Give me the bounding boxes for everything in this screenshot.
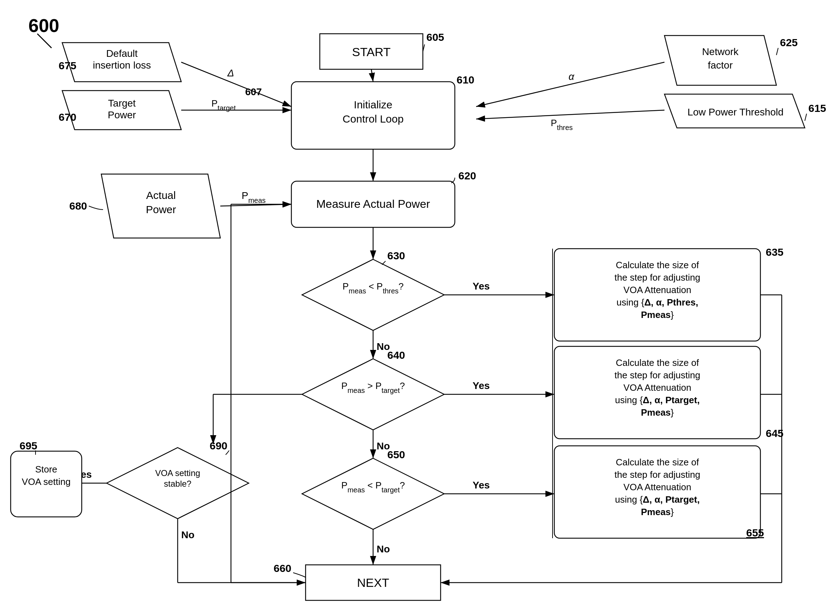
start-label: START bbox=[352, 45, 391, 59]
label-695: 695 bbox=[19, 440, 37, 452]
svg-text:VOA Attenuation: VOA Attenuation bbox=[624, 285, 692, 295]
label-680: 680 bbox=[69, 200, 87, 212]
no3-label: No bbox=[377, 544, 390, 554]
label-650: 650 bbox=[387, 449, 405, 461]
svg-text:using {Δ, α, Ptarget,: using {Δ, α, Ptarget, bbox=[615, 494, 700, 505]
label-640: 640 bbox=[387, 349, 405, 361]
calc2-line1: Calculate the size of bbox=[616, 357, 699, 368]
target-power-label: Target bbox=[108, 98, 136, 109]
diagram-title: 600 bbox=[28, 15, 59, 36]
svg-text:VOA Attenuation: VOA Attenuation bbox=[624, 382, 692, 393]
label-615: 615 bbox=[808, 102, 826, 114]
label-620: 620 bbox=[458, 170, 476, 182]
svg-text:stable?: stable? bbox=[164, 479, 191, 488]
label-605: 605 bbox=[426, 31, 444, 43]
svg-text:the step for adjusting: the step for adjusting bbox=[614, 469, 700, 480]
store-voa-line1: Store bbox=[35, 464, 57, 475]
svg-text:Pmeas}: Pmeas} bbox=[641, 507, 674, 517]
low-power-threshold-label: Low Power Threshold bbox=[687, 107, 784, 117]
yes2-label: Yes bbox=[473, 380, 490, 391]
label-670: 670 bbox=[59, 111, 76, 123]
flowchart-diagram: 600 Default insertion loss 675 Target Po… bbox=[0, 0, 840, 616]
actual-power-label: Actual bbox=[146, 189, 176, 201]
calc1-line1: Calculate the size of bbox=[616, 260, 699, 270]
svg-text:insertion loss: insertion loss bbox=[93, 60, 151, 71]
svg-text:VOA setting: VOA setting bbox=[22, 477, 70, 487]
yes1-label: Yes bbox=[473, 281, 490, 292]
alpha-label: α bbox=[568, 71, 574, 82]
label-607: 607 bbox=[245, 87, 262, 97]
label-625: 625 bbox=[780, 37, 798, 48]
label-660: 660 bbox=[274, 562, 291, 574]
svg-text:Pmeas}: Pmeas} bbox=[641, 309, 674, 320]
label-690: 690 bbox=[210, 440, 228, 452]
svg-text:Power: Power bbox=[108, 109, 136, 120]
svg-text:the step for adjusting: the step for adjusting bbox=[614, 272, 700, 283]
svg-text:factor: factor bbox=[708, 60, 733, 71]
delta-label: Δ bbox=[227, 67, 234, 79]
yes3-label: Yes bbox=[473, 480, 490, 491]
svg-text:Pmeas}: Pmeas} bbox=[641, 407, 674, 418]
label-610: 610 bbox=[457, 74, 474, 86]
next-label: NEXT bbox=[357, 576, 389, 590]
calc3-line1: Calculate the size of bbox=[616, 457, 699, 468]
label-645: 645 bbox=[766, 427, 784, 439]
default-insertion-loss-label: Default bbox=[106, 48, 138, 59]
voa-stable-line1: VOA setting bbox=[155, 468, 200, 478]
svg-text:using {Δ, α, Ptarget,: using {Δ, α, Ptarget, bbox=[615, 395, 700, 405]
label-635: 635 bbox=[766, 246, 784, 258]
no-voa-label: No bbox=[181, 529, 194, 540]
svg-text:the step for adjusting: the step for adjusting bbox=[614, 370, 700, 380]
svg-text:VOA Attenuation: VOA Attenuation bbox=[624, 482, 692, 492]
init-control-loop-label: Initialize bbox=[354, 99, 392, 110]
label-655: 655 bbox=[746, 527, 764, 538]
svg-text:using {Δ, α, Pthres,: using {Δ, α, Pthres, bbox=[617, 297, 698, 308]
svg-text:Control Loop: Control Loop bbox=[342, 113, 404, 125]
measure-actual-power-label: Measure Actual Power bbox=[316, 198, 430, 210]
label-630: 630 bbox=[387, 250, 405, 261]
label-675: 675 bbox=[59, 60, 76, 71]
network-factor-label: Network bbox=[702, 46, 739, 57]
svg-text:Power: Power bbox=[146, 204, 176, 215]
